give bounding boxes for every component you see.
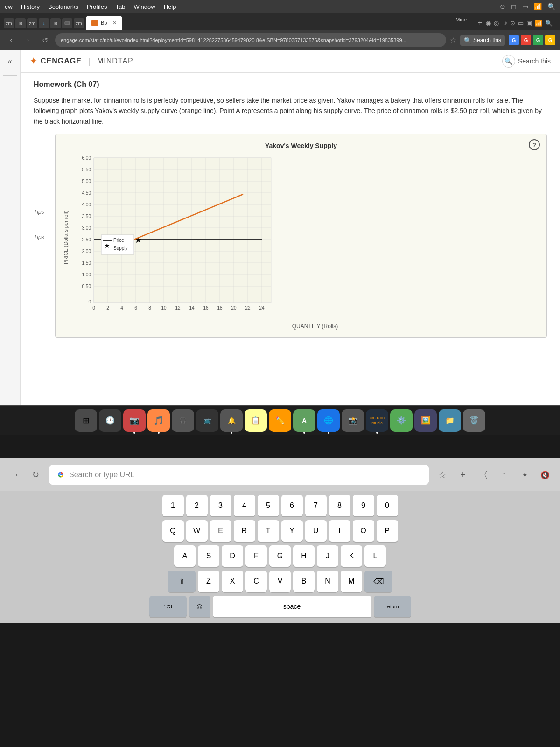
browser-action-1[interactable]: ◉ bbox=[486, 20, 491, 27]
key-e[interactable]: E bbox=[210, 520, 231, 542]
dock-appletv[interactable]: 📺 bbox=[196, 409, 218, 432]
g-icon-2[interactable]: G bbox=[521, 35, 531, 45]
search-menu-icon[interactable]: 🔍 bbox=[547, 3, 555, 10]
key-t[interactable]: T bbox=[258, 520, 279, 542]
bookmark-star-icon[interactable]: ☆ bbox=[450, 36, 456, 45]
dock-notifications[interactable]: 🔔 bbox=[220, 409, 243, 432]
active-tab[interactable]: Bb ✕ bbox=[86, 16, 122, 30]
key-s[interactable]: S bbox=[198, 545, 219, 567]
key-delete[interactable]: ⌫ bbox=[364, 571, 392, 592]
dock-recents[interactable]: 🕐 bbox=[99, 409, 121, 432]
dock-unknown1[interactable]: ⚙️ bbox=[390, 409, 413, 432]
dock-notes[interactable]: 📋 bbox=[245, 409, 267, 432]
moon-icon[interactable]: ☽ bbox=[502, 20, 507, 27]
key-v[interactable]: V bbox=[269, 571, 291, 592]
key-k[interactable]: K bbox=[341, 545, 362, 567]
dock-text[interactable]: A bbox=[293, 409, 315, 432]
menu-item-help[interactable]: Help bbox=[164, 3, 176, 10]
dock-folder[interactable]: 📁 bbox=[439, 409, 461, 432]
tab-close[interactable]: ✕ bbox=[112, 20, 117, 26]
dock-safari[interactable]: 🌐 bbox=[317, 409, 340, 432]
key-6[interactable]: 6 bbox=[281, 495, 303, 516]
key-8[interactable]: 8 bbox=[329, 495, 350, 516]
menu-item-profiles[interactable]: Profiles bbox=[87, 3, 107, 10]
key-z[interactable]: Z bbox=[198, 571, 219, 592]
key-l[interactable]: L bbox=[364, 545, 386, 567]
dock-headphone[interactable]: 🎧 bbox=[172, 409, 194, 432]
bottom-settings-btn[interactable]: ✦ bbox=[517, 467, 532, 482]
address-bar[interactable]: engage.com/static/nb/ui/evo/index.html?d… bbox=[55, 33, 446, 47]
key-emoji[interactable]: ☺ bbox=[189, 596, 210, 617]
key-d[interactable]: D bbox=[222, 545, 243, 567]
key-w[interactable]: W bbox=[186, 520, 208, 542]
key-y[interactable]: Y bbox=[281, 520, 303, 542]
key-7[interactable]: 7 bbox=[305, 495, 327, 516]
key-a[interactable]: A bbox=[174, 545, 196, 567]
key-numbers[interactable]: 123 bbox=[149, 596, 187, 617]
search-this-button[interactable]: 🔍 Search this bbox=[460, 35, 505, 46]
menu-item-ew[interactable]: ew bbox=[5, 3, 13, 10]
key-i[interactable]: I bbox=[329, 520, 350, 542]
bottom-mute-btn[interactable]: 🔇 bbox=[538, 467, 553, 482]
g-icon-4[interactable]: G bbox=[545, 35, 555, 45]
key-f[interactable]: F bbox=[245, 545, 267, 567]
key-1[interactable]: 1 bbox=[162, 495, 184, 516]
bottom-back2-btn[interactable]: 〈 bbox=[476, 467, 491, 482]
key-p[interactable]: P bbox=[377, 520, 398, 542]
key-2[interactable]: 2 bbox=[186, 495, 208, 516]
dock-photos[interactable]: 📷 bbox=[123, 409, 146, 432]
bookmark-tab-2[interactable]: ⊞ bbox=[15, 18, 26, 28]
bookmark-tab-3[interactable]: zm bbox=[27, 18, 37, 28]
key-g[interactable]: G bbox=[269, 545, 291, 567]
dock-camera[interactable]: 📸 bbox=[342, 409, 364, 432]
key-shift[interactable]: ⇧ bbox=[168, 571, 196, 592]
key-c[interactable]: C bbox=[245, 571, 267, 592]
new-tab-btn[interactable]: + bbox=[478, 19, 482, 27]
bottom-star-btn[interactable]: ☆ bbox=[435, 467, 450, 482]
sidebar-toggle[interactable]: « bbox=[3, 54, 18, 69]
bookmark-tab-1[interactable]: zm bbox=[4, 18, 14, 28]
menu-item-tab[interactable]: Tab bbox=[115, 3, 125, 10]
browser-action-3[interactable]: ⊙ bbox=[510, 20, 515, 27]
browser-action-4[interactable]: ▭ bbox=[518, 20, 524, 27]
dock-trash[interactable]: 🗑️ bbox=[463, 409, 485, 432]
key-space[interactable]: space bbox=[213, 596, 371, 617]
key-n[interactable]: N bbox=[317, 571, 338, 592]
bottom-add-btn[interactable]: + bbox=[455, 467, 470, 482]
key-0[interactable]: 0 bbox=[377, 495, 398, 516]
forward-button[interactable]: › bbox=[21, 34, 35, 47]
question-mark-button[interactable]: ? bbox=[529, 139, 540, 150]
key-3[interactable]: 3 bbox=[210, 495, 231, 516]
browser-action-2[interactable]: ◎ bbox=[494, 20, 499, 27]
key-h[interactable]: H bbox=[293, 545, 315, 567]
menu-item-window[interactable]: Window bbox=[133, 3, 155, 10]
bottom-back-btn[interactable]: → bbox=[7, 467, 22, 482]
bookmark-tab-4[interactable]: ↓ bbox=[39, 18, 49, 28]
g-icon-3[interactable]: G bbox=[533, 35, 543, 45]
tips-label-2[interactable]: Tips bbox=[34, 234, 50, 240]
key-r[interactable]: R bbox=[234, 520, 255, 542]
dock-music[interactable]: 🎵 bbox=[147, 409, 170, 432]
key-4[interactable]: 4 bbox=[234, 495, 255, 516]
key-m[interactable]: M bbox=[341, 571, 362, 592]
menu-item-bookmarks[interactable]: Bookmarks bbox=[48, 3, 78, 10]
dock-unknown2[interactable]: 🖼️ bbox=[414, 409, 437, 432]
dock-launchpad[interactable]: ⊞ bbox=[75, 409, 97, 432]
search-bar-icon[interactable]: 🔍 bbox=[545, 20, 553, 27]
reload-button[interactable]: ↺ bbox=[38, 34, 51, 47]
bottom-share-btn[interactable]: ↑ bbox=[497, 467, 511, 482]
bottom-search-bar[interactable]: Search or type URL bbox=[49, 465, 429, 485]
key-x[interactable]: X bbox=[222, 571, 243, 592]
key-o[interactable]: O bbox=[353, 520, 374, 542]
back-button[interactable]: ‹ bbox=[5, 34, 18, 47]
bookmark-tab-7[interactable]: zm bbox=[74, 18, 84, 28]
key-j[interactable]: J bbox=[317, 545, 338, 567]
search-header-button[interactable]: 🔍 Search this bbox=[502, 55, 551, 68]
dock-pencil[interactable]: ✏️ bbox=[269, 409, 291, 432]
menu-item-history[interactable]: History bbox=[21, 3, 40, 10]
key-9[interactable]: 9 bbox=[353, 495, 374, 516]
tips-label-1[interactable]: Tips bbox=[34, 209, 50, 215]
key-5[interactable]: 5 bbox=[258, 495, 279, 516]
bottom-refresh-btn[interactable]: ↻ bbox=[28, 467, 43, 482]
key-q[interactable]: Q bbox=[162, 520, 184, 542]
